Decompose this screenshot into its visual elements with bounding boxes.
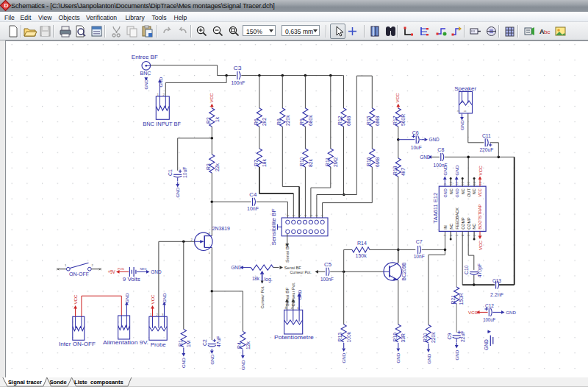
svg-text:GND: GND (443, 188, 448, 197)
svg-text:VCC: VCC (395, 93, 400, 103)
svg-text:C7: C7 (416, 239, 423, 244)
svg-text:Probe: Probe (151, 341, 166, 348)
svg-text:R1: R1 (178, 340, 183, 347)
svg-text:NC: NC (449, 188, 453, 194)
svg-text:BOOTSTRAP: BOOTSTRAP (478, 205, 482, 230)
svg-text:100nF: 100nF (320, 277, 334, 282)
svg-text:R19: R19 (392, 333, 398, 342)
svg-text:GND: GND (209, 354, 215, 364)
svg-text:GND: GND (231, 265, 242, 270)
svg-text:R3: R3 (206, 163, 211, 170)
svg-text:2k2: 2k2 (262, 118, 267, 126)
svg-text:BC209B: BC209B (401, 262, 406, 280)
svg-text:R17: R17 (392, 116, 398, 125)
svg-text:9 Volts: 9 Volts (123, 276, 140, 283)
svg-text:C1: C1 (168, 169, 173, 176)
svg-text:GND: GND (429, 137, 440, 142)
svg-text:6: 6 (450, 235, 453, 236)
svg-text:GND: GND (454, 349, 459, 360)
svg-text:R15: R15 (366, 116, 371, 125)
svg-text:C8: C8 (437, 147, 444, 152)
svg-text:C11: C11 (482, 133, 491, 138)
svg-text:NC: NC (461, 188, 465, 194)
svg-text:OUT: OUT (467, 188, 471, 197)
svg-text:R6: R6 (254, 118, 259, 125)
svg-text:R14: R14 (357, 241, 367, 246)
svg-text:C5: C5 (324, 262, 331, 267)
svg-text:18k: 18k (262, 158, 267, 167)
svg-text:C9: C9 (447, 333, 452, 340)
svg-text:GND: GND (175, 187, 180, 197)
svg-text:C2: C2 (202, 339, 207, 346)
svg-text:GND: GND (181, 358, 186, 368)
svg-text:TAA611 E12: TAA611 E12 (433, 193, 438, 224)
svg-text:C4: C4 (249, 192, 257, 197)
svg-text:NEG: NEG (140, 267, 147, 271)
svg-text:100uF: 100uF (483, 316, 495, 323)
svg-text:R8: R8 (276, 118, 282, 125)
svg-text:R9: R9 (299, 118, 304, 125)
svg-text:Sensi BF: Sensi BF (285, 244, 290, 263)
svg-text:22uF: 22uF (460, 331, 465, 343)
svg-text:680k: 680k (308, 115, 313, 126)
svg-text:NC: NC (473, 224, 477, 230)
svg-text:100k: 100k (346, 331, 351, 342)
svg-text:R12: R12 (337, 116, 343, 125)
svg-text:220k: 220k (431, 332, 436, 343)
svg-text:POS: POS (118, 267, 124, 271)
svg-text:GND: GND (341, 352, 346, 363)
svg-text:560R: 560R (401, 114, 406, 126)
svg-text:R18: R18 (392, 166, 398, 175)
svg-text:GND: GND (162, 293, 167, 303)
svg-text:4k7: 4k7 (401, 168, 406, 176)
svg-text:R21: R21 (451, 295, 456, 305)
svg-text:2.2nF: 2.2nF (490, 291, 503, 298)
svg-text:R2: R2 (206, 117, 211, 124)
svg-text:10uF: 10uF (182, 167, 187, 179)
svg-text:GND: GND (506, 310, 516, 315)
svg-text:C3: C3 (234, 65, 242, 71)
svg-text:C13: C13 (492, 278, 501, 283)
svg-text:82k: 82k (308, 158, 313, 167)
svg-text:C6: C6 (412, 130, 419, 135)
svg-text:GND: GND (395, 352, 401, 363)
svg-text:R20: R20 (423, 333, 428, 342)
svg-text:100nF: 100nF (231, 79, 245, 86)
svg-text:BNC INPUT BF: BNC INPUT BF (143, 121, 181, 127)
svg-text:Speaker: Speaker (454, 85, 477, 92)
svg-text:Alimentation 9V.: Alimentation 9V. (103, 339, 148, 346)
svg-text:VCC: VCC (73, 294, 78, 305)
svg-text:22k: 22k (215, 163, 220, 171)
svg-text:R10: R10 (299, 157, 304, 166)
svg-text:GND: GND (455, 188, 459, 197)
svg-text:GND: GND (124, 293, 129, 303)
svg-text:GND: GND (151, 269, 162, 274)
svg-text:33R: 33R (401, 333, 406, 343)
svg-text:GND: GND (158, 77, 163, 87)
svg-text:Sensi BF: Sensi BF (285, 287, 290, 306)
svg-text:GND: GND (240, 360, 245, 370)
svg-text:COMP: COMP (461, 217, 465, 230)
svg-text:ON-OFF: ON-OFF (69, 271, 89, 277)
svg-text:150k: 150k (356, 253, 367, 258)
svg-text:GND: GND (459, 120, 465, 130)
svg-text:GND: GND (143, 79, 148, 89)
svg-text:470pF: 470pF (477, 263, 483, 277)
svg-text:10: 10 (450, 182, 453, 185)
svg-text:12k: 12k (245, 341, 251, 349)
svg-text:NC: NC (473, 188, 477, 194)
svg-text:18k: 18k (252, 275, 259, 282)
svg-text:47uF: 47uF (216, 336, 221, 348)
svg-text:7: 7 (444, 235, 447, 236)
svg-text:VCC: VCC (150, 294, 155, 305)
svg-text:GND: GND (297, 289, 302, 299)
svg-text:R11: R11 (325, 157, 330, 166)
svg-text:1M: 1M (186, 340, 191, 347)
svg-text:R4: R4 (237, 342, 242, 349)
svg-text:Curseur Pot.: Curseur Pot. (260, 285, 265, 308)
svg-text:GND: GND (484, 339, 489, 350)
svg-text:12: 12 (462, 182, 465, 185)
svg-text:2M2: 2M2 (333, 157, 338, 167)
svg-text:Curseur Pot.: Curseur Pot. (291, 282, 295, 306)
svg-text:VCC: VCC (468, 310, 478, 315)
